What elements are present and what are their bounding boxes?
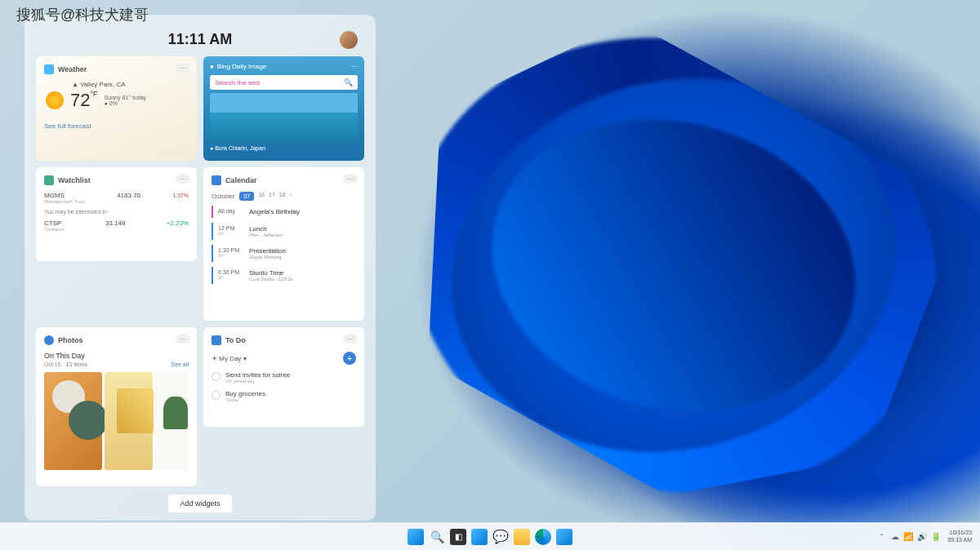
- store-icon[interactable]: [556, 529, 572, 545]
- user-avatar[interactable]: [340, 31, 358, 49]
- calendar-widget[interactable]: Calendar ⋯ October 07 16 17 18 › All day…: [203, 167, 364, 321]
- bing-widget[interactable]: ●Bing Daily Image⋯ Search the web 🔍 ● Bo…: [203, 56, 364, 161]
- task-view-icon[interactable]: ◧: [450, 529, 466, 545]
- widget-menu-icon[interactable]: ⋯: [176, 174, 190, 184]
- weather-widget[interactable]: Weather ⋯ ▲ Valley Park, CA 72°F Sunny 8…: [36, 56, 197, 161]
- todo-item[interactable]: Buy groceriesToday: [212, 390, 356, 402]
- widgets-icon[interactable]: [471, 529, 488, 545]
- todo-my-day[interactable]: ☀ My Day ▾: [212, 355, 247, 362]
- taskbar-clock[interactable]: 10/16/23 09:13 AM: [947, 530, 972, 543]
- photos-see-all-link[interactable]: See all: [172, 361, 189, 367]
- explorer-icon[interactable]: [514, 529, 530, 545]
- weather-location: ▲ Valley Park, CA: [72, 81, 189, 88]
- calendar-event[interactable]: 6:30 PM2h Studio TimeCool Studio · 123 S…: [212, 267, 356, 284]
- widget-menu-icon[interactable]: ⋯: [176, 334, 190, 344]
- photo-thumbnail[interactable]: [155, 372, 189, 470]
- finance-row[interactable]: CTSPCentaure 33.148 +2.23%: [44, 220, 189, 232]
- bing-image: [210, 93, 358, 142]
- panel-header: 11:11 AM: [36, 31, 364, 48]
- todo-widget[interactable]: To Do ⋯ ☀ My Day ▾ + Send invites for so…: [203, 327, 364, 427]
- search-icon[interactable]: 🔍: [429, 529, 445, 545]
- weather-forecast-link[interactable]: See full forecast: [44, 122, 189, 130]
- start-button[interactable]: [408, 529, 424, 545]
- bing-caption: ● Bora Chiarin, Japan: [210, 145, 358, 151]
- search-icon: 🔍: [344, 78, 353, 86]
- sun-icon: [46, 91, 64, 109]
- weather-humidity: ● 0%: [105, 100, 189, 106]
- widget-menu-icon[interactable]: ⋯: [176, 63, 190, 73]
- calendar-event[interactable]: 12 PM1h LunchPlan · Jefferson: [212, 223, 356, 240]
- bing-title: ●Bing Daily Image⋯: [210, 63, 358, 70]
- bing-search-input[interactable]: Search the web 🔍: [210, 75, 358, 90]
- todo-item[interactable]: Send invites for soireeOh yesterday: [212, 371, 356, 384]
- volume-icon[interactable]: 🔊: [917, 532, 927, 541]
- finance-widget[interactable]: Watchlist ⋯ MGMSManagement Trust 4183.70…: [36, 167, 197, 261]
- todo-add-button[interactable]: +: [343, 352, 356, 365]
- panel-time: 11:11 AM: [168, 31, 232, 48]
- edge-icon[interactable]: [535, 529, 551, 545]
- wifi-icon[interactable]: 📶: [903, 532, 913, 541]
- taskbar: 🔍 ◧ 💬 ⌃ ☁ 📶 🔊 🔋 10/16/23 09:13 AM: [0, 522, 980, 550]
- widget-menu-icon[interactable]: ⋯: [343, 174, 358, 184]
- calendar-event[interactable]: 1:30 PM1h PresentationSkype Meeting: [212, 245, 356, 262]
- onedrive-icon[interactable]: ☁: [891, 532, 899, 541]
- photo-thumbnail[interactable]: [44, 372, 102, 470]
- weather-header: Weather: [44, 64, 189, 74]
- todo-checkbox[interactable]: [212, 372, 220, 381]
- battery-icon[interactable]: 🔋: [931, 532, 941, 541]
- add-widgets-button[interactable]: Add widgets: [168, 495, 231, 512]
- widget-menu-icon[interactable]: ⋯: [343, 334, 358, 344]
- todo-checkbox[interactable]: [212, 391, 220, 400]
- chat-icon[interactable]: 💬: [492, 529, 509, 545]
- widgets-panel: 11:11 AM Weather ⋯ ▲ Valley Park, CA 72°…: [24, 15, 376, 521]
- calendar-days[interactable]: 07 16 17 18 ›: [239, 192, 292, 201]
- weather-temp: 72°F: [70, 90, 98, 111]
- photo-thumbnail[interactable]: [105, 372, 153, 470]
- watermark-text: 搜狐号@科技犬建哥: [16, 5, 149, 24]
- photos-widget[interactable]: Photos ⋯ On This Day Oct 16 · 13 items S…: [36, 327, 197, 486]
- weather-desc: Sunny 81° today: [105, 95, 189, 100]
- calendar-event[interactable]: All day Angela's Birthday: [212, 206, 356, 218]
- tray-chevron-icon[interactable]: ⌃: [879, 533, 884, 540]
- finance-row[interactable]: MGMSManagement Trust 4183.70 1.37%: [44, 192, 189, 204]
